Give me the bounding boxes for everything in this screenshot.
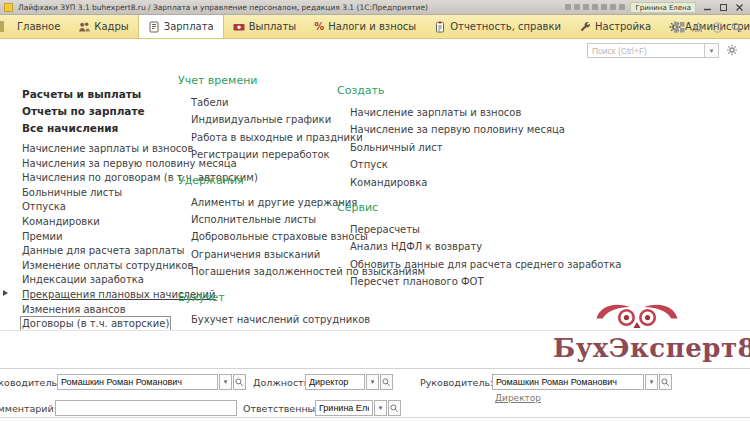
section-title: Учет времени (178, 74, 336, 88)
percent-icon: % (314, 21, 324, 32)
toolbar-icon[interactable] (565, 4, 571, 10)
comment-field[interactable] (55, 400, 237, 416)
nav-link[interactable]: Отчеты по зарплате (22, 102, 182, 119)
nav-link[interactable]: Договоры (в т.ч. авторские) (22, 316, 182, 331)
nav-link[interactable]: Алименты и другие удержания (178, 193, 336, 210)
responsible-label: Ответственный: (243, 403, 325, 414)
tab-nalogi[interactable]: % Налоги и взносы (305, 15, 425, 38)
responsible-field[interactable] (315, 400, 373, 416)
favorites-star-icon[interactable] (693, 18, 704, 37)
section-accounting: Бухучет Бухучет начислений сотрудниковРа… (178, 291, 336, 331)
manager2-position-link[interactable]: Директор (495, 393, 541, 403)
section-tabs-bar: Главное Кадры Зарплата Выплаты % Налоги … (0, 15, 750, 39)
nav-link[interactable]: Изменения авансов (22, 302, 182, 317)
nav-link[interactable]: Индивидуальные графики (178, 110, 336, 127)
manager-field[interactable] (57, 374, 218, 390)
current-user-badge: Гринина Елена (630, 2, 696, 13)
nav-link[interactable]: Премии (22, 229, 182, 244)
search-dropdown-button[interactable]: ▾ (705, 43, 719, 58)
nav-link[interactable]: Ограничения взысканий (178, 245, 336, 262)
position-dropdown-button[interactable]: ▾ (366, 374, 379, 390)
section-links: Бухучет начислений сотрудниковРаспределе… (178, 310, 336, 331)
tab-nastroyka[interactable]: Настройка (570, 15, 660, 38)
nav-link[interactable]: Отпуска (22, 199, 182, 214)
nav-link[interactable]: Индексации заработка (22, 272, 182, 287)
history-clock-icon[interactable] (712, 18, 723, 37)
position-open-button[interactable] (380, 374, 393, 390)
tab-zarplata[interactable]: Зарплата (138, 15, 224, 38)
nav-link[interactable]: Командировка (337, 173, 537, 190)
nav-link[interactable]: Регистрации переработок (178, 145, 336, 162)
section-deductions: Удержания Алименты и другие удержанияИсп… (178, 174, 336, 280)
minimize-button[interactable] (701, 2, 714, 13)
tab-label: Настройка (595, 21, 651, 32)
manager-label: Руководитель: (0, 377, 60, 388)
nav-link[interactable]: Больничные листы (22, 185, 182, 200)
nav-link[interactable]: Начисления по договорам (в т.ч. авторски… (22, 170, 182, 185)
nav-link[interactable]: Погашения задолженностей по взысканиям (178, 262, 336, 279)
tab-glavnoe[interactable]: Главное (8, 15, 69, 38)
manager-open-button[interactable] (233, 374, 246, 390)
nav-link[interactable]: Прекращения плановых начислений (22, 287, 182, 302)
close-button[interactable] (733, 2, 746, 13)
nav-link[interactable]: Отпуск (337, 155, 537, 172)
search-menu-icon[interactable] (731, 18, 742, 37)
nav-link[interactable]: Исполнительные листы (178, 210, 336, 227)
manager2-label: Руководитель: (420, 377, 493, 388)
window-title: Лайфхаки ЗУП 3.1 buhexpert8.ru / Зарплат… (18, 3, 428, 12)
nav-link[interactable]: Командировки (22, 214, 182, 229)
manager-dropdown-button[interactable]: ▾ (219, 374, 232, 390)
section-links: ПерерасчетыАнализ НДФЛ к возвратуОбновит… (337, 220, 537, 290)
section-links: Начисление зарплаты и взносовНачисление … (337, 103, 537, 190)
nav-link[interactable]: Данные для расчета зарплаты (22, 243, 182, 258)
titlebar-quick-icons[interactable] (565, 4, 625, 10)
toolbar-icon[interactable] (583, 4, 589, 10)
toolbar-icon[interactable] (619, 4, 625, 10)
nav-link[interactable]: Пересчет планового ФОТ (337, 272, 537, 289)
nav-link[interactable]: Начисление зарплаты и взносов (337, 103, 537, 120)
nav-link[interactable]: Анализ НДФЛ к возврату (337, 237, 537, 254)
toolbar-icon[interactable] (601, 4, 607, 10)
responsible-open-button[interactable] (388, 400, 401, 416)
toolbar-icon[interactable] (592, 4, 598, 10)
left-nav-column: Расчеты и выплатыОтчеты по зарплатеВсе н… (22, 85, 182, 331)
nav-link[interactable]: Больничный лист (337, 138, 537, 155)
nav-link[interactable]: Табели (178, 93, 336, 110)
clipboard-icon (434, 21, 446, 33)
manager2-open-button[interactable] (659, 374, 672, 390)
tab-label: Выплаты (249, 21, 297, 32)
nav-link[interactable]: Обновить данные для расчета среднего зар… (337, 255, 537, 272)
nav-link[interactable]: Добровольные страховые взносы (178, 227, 336, 244)
nav-link[interactable]: Начисление зарплаты и взносов (22, 141, 182, 156)
logo-text: БухЭксперт8 (553, 333, 721, 363)
manager2-dropdown-button[interactable]: ▾ (645, 374, 658, 390)
search-input[interactable] (587, 43, 705, 58)
app-icon (4, 3, 13, 12)
nav-link[interactable]: Изменение оплаты сотрудников (22, 258, 182, 273)
toolbar-icon[interactable] (574, 4, 580, 10)
section-panel-zarplata: Расчеты и выплатыОтчеты по зарплатеВсе н… (0, 58, 750, 331)
tab-kadry[interactable]: Кадры (69, 15, 137, 38)
nav-link[interactable]: Бухучет начислений сотрудников (178, 310, 336, 327)
nav-link[interactable]: Расчеты и выплаты (22, 85, 182, 102)
section-links: ТабелиИндивидуальные графикиРабота в вых… (178, 93, 336, 163)
nav-link[interactable]: Работа в выходные и праздники (178, 128, 336, 145)
manager2-field[interactable] (492, 374, 644, 390)
nav-link[interactable]: Распределение основного заработка (178, 327, 336, 331)
section-title: Бухучет (178, 291, 336, 305)
nav-link[interactable]: Перерасчеты (337, 220, 537, 237)
toolbar-icon[interactable] (610, 4, 616, 10)
section-links: Алименты и другие удержанияИсполнительны… (178, 193, 336, 280)
responsible-dropdown-button[interactable]: ▾ (374, 400, 387, 416)
position-label: Должность: (253, 377, 312, 388)
tab-vyplaty[interactable]: Выплаты (224, 15, 306, 38)
tab-otchetnost[interactable]: Отчетность, справки (425, 15, 570, 38)
grid-menu-icon[interactable] (674, 18, 685, 37)
position-field[interactable] (305, 374, 365, 390)
maximize-button[interactable] (717, 2, 730, 13)
left-nav-featured: Расчеты и выплатыОтчеты по зарплатеВсе н… (22, 85, 182, 136)
nav-link[interactable]: Все начисления (22, 119, 182, 136)
tab-label: Налоги и взносы (328, 21, 416, 32)
nav-link[interactable]: Начисление за первую половину месяца (337, 120, 537, 137)
nav-link[interactable]: Начисления за первую половину месяца (22, 156, 182, 171)
